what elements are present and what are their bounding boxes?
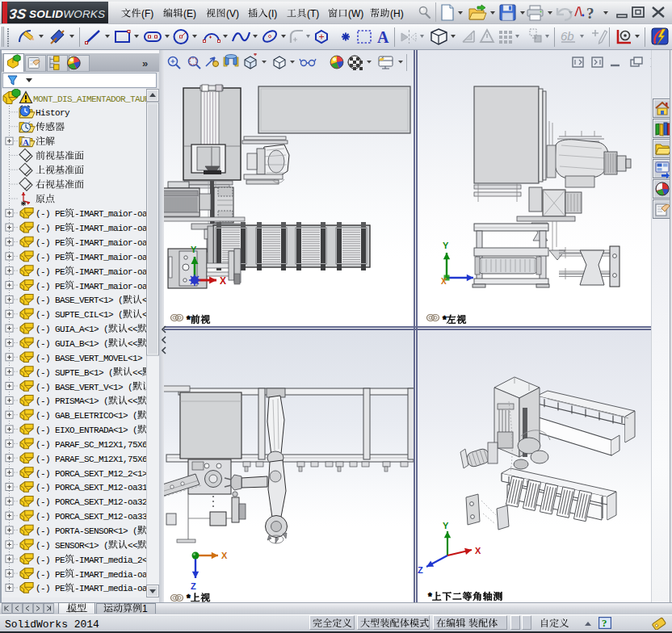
svg-text:<<: << — [152, 383, 162, 392]
svg-text:(-) PE: (-) PE — [36, 224, 65, 233]
svg-text:>: > — [171, 296, 176, 305]
svg-text:<<: << — [142, 296, 152, 305]
svg-text:<<: << — [157, 526, 166, 536]
svg-text:*: * — [428, 591, 432, 602]
svg-text:(-) EIXO_ENTRADA<1> (: (-) EIXO_ENTRADA<1> ( — [36, 425, 137, 435]
svg-text:(-) GUIA_B<1> (: (-) GUIA_B<1> ( — [36, 339, 108, 349]
svg-text:<<: << — [128, 396, 137, 406]
svg-text:(-) PORTA-SENSOR<1> (: (-) PORTA-SENSOR<1> ( — [36, 526, 137, 536]
svg-text:(T): (T) — [307, 8, 319, 19]
svg-text:X: X — [221, 551, 228, 560]
svg-text:<<: << — [157, 425, 166, 435]
svg-text:<<: << — [128, 541, 137, 551]
svg-text:-IMART_maior-oa25: -IMART_maior-oa25 — [74, 209, 157, 219]
svg-text:-IMART_maior-oa27: -IMART_maior-oa27 — [74, 238, 157, 248]
svg-text:(-) PE: (-) PE — [36, 238, 65, 248]
svg-text:<<: << — [142, 310, 152, 320]
svg-text:Z: Z — [191, 581, 196, 591]
svg-text:(-) PRISMA<1> (: (-) PRISMA<1> ( — [36, 396, 108, 406]
svg-text:(-) PE: (-) PE — [36, 570, 65, 580]
svg-text:<<: << — [132, 368, 142, 378]
svg-text:-IMART_media_2<1> (: -IMART_media_2<1> ( — [74, 555, 166, 565]
svg-text:-IMART_media-oa21 (: -IMART_media-oa21 ( — [74, 570, 166, 580]
svg-text:>_: >_ — [162, 368, 172, 378]
svg-text:(-) SUPTE_CIL<1> (: (-) SUPTE_CIL<1> ( — [36, 310, 123, 320]
svg-text:*: * — [187, 314, 191, 325]
svg-text:(-) GUIA_A<1> (: (-) GUIA_A<1> ( — [36, 325, 108, 334]
svg-text:(F): (F) — [141, 8, 153, 19]
svg-text:(-) PE: (-) PE — [36, 253, 65, 262]
svg-text:(-) PE: (-) PE — [36, 584, 65, 593]
svg-text:X: X — [441, 277, 447, 286]
svg-text:-IMART_maior-oa26: -IMART_maior-oa26 — [74, 224, 157, 233]
svg-text:(-) PE: (-) PE — [36, 209, 65, 219]
svg-text:Y: Y — [191, 245, 197, 254]
svg-text:(-) PARAF_SC_M12X1,75X60-oa: (-) PARAF_SC_M12X1,75X60-oa — [36, 455, 167, 464]
svg-text:>_: >_ — [157, 396, 167, 406]
svg-text:(-) PORCA_SEXT_M12-oa32 (: (-) PORCA_SEXT_M12-oa32 ( — [36, 497, 157, 507]
svg-text:(-) PORCA_SEXT_M12_2<1> (: (-) PORCA_SEXT_M12_2<1> ( — [36, 469, 157, 479]
svg-text:X: X — [220, 275, 226, 287]
svg-text:(E): (E) — [183, 8, 196, 19]
svg-text:(-) SENSOR<1> (: (-) SENSOR<1> ( — [36, 541, 108, 551]
svg-text:>_: >_ — [157, 339, 167, 349]
svg-text:<<: << — [128, 339, 137, 349]
svg-text:-IMART_maior-oa30: -IMART_maior-oa30 — [74, 282, 157, 291]
svg-text:<<: << — [128, 325, 137, 334]
svg-text:(-) PORCA_SEXT_M12-oa33 (: (-) PORCA_SEXT_M12-oa33 ( — [36, 512, 157, 522]
svg-text:MONT_DIS_AIMENTADOR_TAURINA2: MONT_DIS_AIMENTADOR_TAURINA2 — [33, 94, 169, 104]
svg-text:-IMART_media-oa22 (: -IMART_media-oa22 ( — [74, 584, 166, 593]
svg-text:(W): (W) — [348, 8, 363, 19]
svg-text:(-) SUPTE_B<1> (: (-) SUPTE_B<1> ( — [36, 368, 113, 378]
svg-text:*: * — [187, 593, 191, 604]
svg-text:(H): (H) — [390, 8, 404, 19]
svg-text:>_: >_ — [157, 325, 167, 334]
svg-text:(-) BASE_VERT_MOVEL<1> (: (-) BASE_VERT_MOVEL<1> ( — [36, 354, 152, 363]
svg-text:(-) GAB_ELETRICO<1> (: (-) GAB_ELETRICO<1> ( — [36, 411, 137, 421]
svg-text:(-) PE: (-) PE — [36, 282, 65, 291]
svg-text:1: 1 — [142, 603, 148, 614]
svg-text:SolidWorks 2014: SolidWorks 2014 — [5, 618, 99, 631]
svg-text:-IMART_maior-oa28: -IMART_maior-oa28 — [74, 253, 157, 262]
svg-text:History: History — [36, 108, 70, 118]
svg-text:Z: Z — [418, 565, 423, 575]
svg-text:-IMART_maior-oa29: -IMART_maior-oa29 — [74, 267, 157, 277]
svg-text:Y: Y — [443, 521, 449, 530]
svg-text:<<: << — [157, 411, 166, 421]
svg-text:(I): (I) — [268, 8, 277, 19]
svg-text:X: X — [475, 546, 481, 555]
svg-text:(-) BASE_VERT_V<1> (: (-) BASE_VERT_V<1> ( — [36, 383, 132, 392]
svg-text:(-) PORCA_SEXT_M12-oa31 (: (-) PORCA_SEXT_M12-oa31 ( — [36, 483, 157, 493]
svg-text:*: * — [443, 314, 447, 325]
svg-text:(-) PE: (-) PE — [36, 267, 65, 277]
svg-text:Y: Y — [443, 241, 449, 250]
svg-text:(-) PARAF_SC_M12X1,75X60-oa: (-) PARAF_SC_M12X1,75X60-oa — [36, 440, 167, 450]
svg-text:(-) PE: (-) PE — [36, 555, 65, 565]
svg-text:(-) BASE_VERT<1> (: (-) BASE_VERT<1> ( — [36, 296, 123, 305]
svg-text:(V): (V) — [226, 8, 239, 19]
svg-text:>_: >_ — [157, 541, 167, 551]
